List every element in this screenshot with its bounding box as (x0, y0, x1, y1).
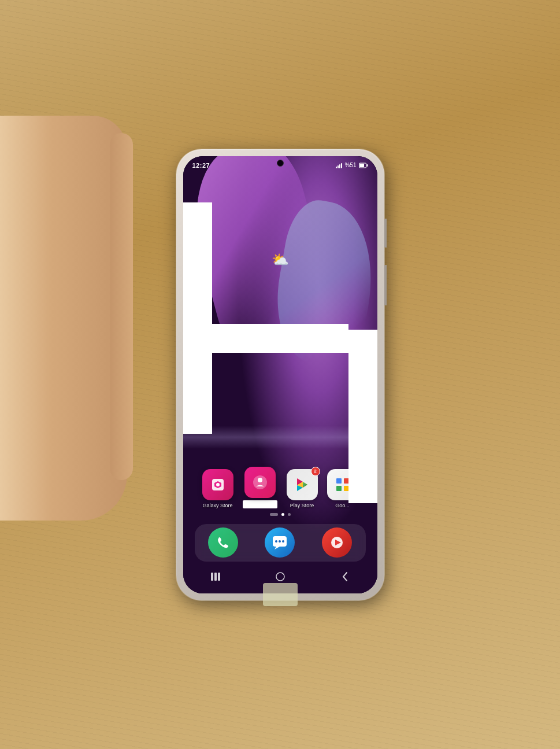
play-store-badge: 2 (311, 467, 320, 476)
signal-bar-4 (341, 163, 342, 168)
page-dot-1 (281, 513, 284, 516)
svg-point-14 (279, 540, 281, 543)
phone-screen: 12:27 %51 ⛅ (183, 156, 377, 593)
app-play-store[interactable]: 2 (287, 469, 318, 508)
dock-messages[interactable] (265, 527, 295, 558)
svg-point-4 (216, 483, 220, 486)
app-bitmoji[interactable] (243, 467, 277, 508)
home-icon (275, 571, 285, 582)
play-store-svg (294, 476, 311, 493)
nav-back-button[interactable] (333, 565, 357, 588)
video-icon[interactable] (322, 527, 352, 558)
back-icon (341, 571, 349, 582)
svg-rect-10 (336, 486, 342, 491)
status-right: %51 (336, 162, 368, 168)
google-label: Goo... (335, 503, 350, 508)
power-button[interactable] (384, 265, 387, 305)
redaction-right (348, 330, 377, 503)
svg-rect-17 (211, 573, 213, 581)
phone-body: 12:27 %51 ⛅ (176, 149, 384, 600)
svg-point-13 (275, 540, 277, 543)
volume-button[interactable] (384, 219, 387, 248)
bitmoji-label-redacted (243, 500, 277, 508)
redaction-left (183, 202, 212, 434)
play-store-icon[interactable]: 2 (287, 469, 318, 500)
svg-rect-19 (218, 573, 220, 581)
hand (0, 116, 127, 521)
svg-rect-18 (214, 573, 217, 581)
messages-icon[interactable] (265, 527, 295, 558)
battery-level: %51 (344, 162, 356, 168)
signal-bar-1 (336, 167, 337, 168)
bitmoji-svg (251, 474, 269, 491)
svg-rect-1 (366, 164, 368, 167)
phone-icon[interactable] (208, 527, 238, 558)
battery-icon (359, 163, 368, 168)
bitmoji-icon[interactable] (244, 467, 276, 498)
messages-svg (272, 535, 288, 550)
dock-phone[interactable] (208, 527, 238, 558)
svg-rect-8 (336, 478, 342, 484)
weather-widget: ⛅ (272, 252, 289, 268)
app-row-main: Galaxy Store 2 (191, 467, 370, 508)
page-indicators (270, 513, 291, 516)
signal-bar-2 (338, 165, 339, 168)
bottom-dock (195, 524, 366, 562)
page-dot-0 (270, 513, 278, 516)
recents-icon (210, 572, 221, 581)
svg-point-15 (282, 540, 284, 543)
signal-bars (336, 163, 342, 168)
page-dot-2 (288, 513, 291, 516)
svg-rect-2 (359, 164, 364, 167)
status-time: 12:27 (192, 162, 210, 169)
galaxy-store-svg (210, 477, 226, 493)
weather-icon: ⛅ (272, 252, 289, 268)
phone-svg (216, 535, 231, 550)
signal-bar-3 (339, 164, 340, 168)
camera-hole (277, 160, 284, 167)
tape-strip (263, 583, 298, 606)
nav-recents-button[interactable] (204, 565, 227, 588)
galaxy-store-label: Galaxy Store (202, 503, 232, 508)
dock-video[interactable] (322, 527, 352, 558)
galaxy-store-icon[interactable] (202, 469, 233, 500)
redaction-center (212, 324, 348, 353)
video-svg (329, 535, 345, 550)
play-store-label: Play Store (290, 503, 314, 508)
svg-point-6 (258, 478, 262, 482)
svg-rect-20 (276, 573, 284, 581)
app-galaxy-store[interactable]: Galaxy Store (202, 469, 233, 508)
